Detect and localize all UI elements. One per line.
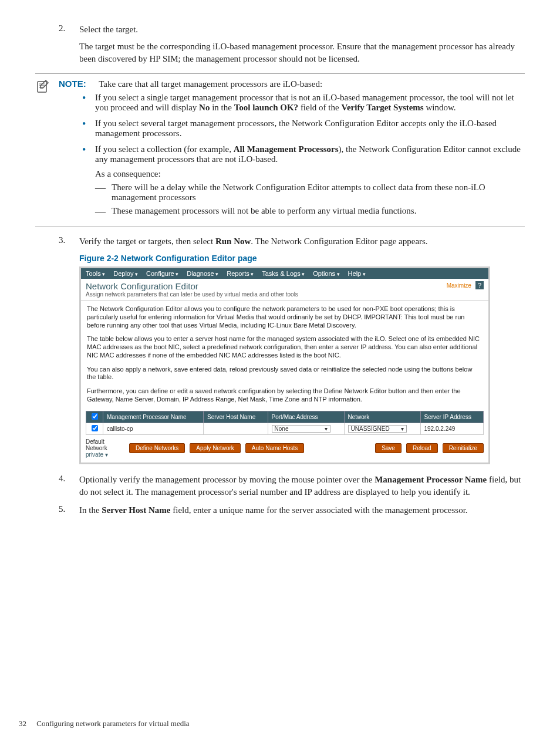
cell-network[interactable]: UNASSIGNED▾ xyxy=(344,423,420,434)
note-dash: These management processors will not be … xyxy=(95,206,525,216)
row-checkbox[interactable] xyxy=(86,423,103,434)
page-title: Network Configuration Editor xyxy=(86,281,198,291)
screenshot-paragraph: You can also apply a network, save enter… xyxy=(87,366,483,382)
screenshot: Tools Deploy Configure Diagnose Reports … xyxy=(79,266,490,464)
reinitialize-button[interactable]: Reinitialize xyxy=(443,443,484,453)
menu-options[interactable]: Options xyxy=(313,270,339,277)
auto-name-hosts-button[interactable]: Auto Name Hosts xyxy=(245,443,304,453)
column-header[interactable]: Network xyxy=(344,411,420,423)
screenshot-paragraph: The Network Configuration Editor allows … xyxy=(87,305,483,329)
menu-help[interactable]: Help xyxy=(348,270,366,277)
step-number: 4. xyxy=(59,474,79,498)
step-paragraph: Verify the target or targets, then selec… xyxy=(79,235,525,248)
cell-processor-name: callisto-cp xyxy=(103,423,204,434)
help-icon[interactable]: ? xyxy=(475,281,484,289)
cell-port-mac[interactable]: None▾ xyxy=(268,423,344,434)
define-networks-button[interactable]: Define Networks xyxy=(129,443,185,453)
table-row: callisto-cp None▾ UNASSIGNED▾ 192.0.2.24… xyxy=(86,423,484,434)
screenshot-paragraph: Furthermore, you can define or edit a sa… xyxy=(87,387,483,404)
chevron-down-icon: ▾ xyxy=(401,426,404,432)
save-button[interactable]: Save xyxy=(375,443,402,453)
page-footer: 32 Configuring network parameters for vi… xyxy=(19,719,190,728)
figure-caption: Figure 2-2 Network Configuration Editor … xyxy=(79,254,525,263)
column-header[interactable]: Server IP Address xyxy=(420,411,484,423)
step-number: 3. xyxy=(59,235,79,248)
header-checkbox[interactable] xyxy=(86,411,103,423)
chevron-down-icon: ▾ xyxy=(105,451,108,458)
menu-configure[interactable]: Configure xyxy=(146,270,178,277)
menu-reports[interactable]: Reports xyxy=(227,270,254,277)
menu-tools[interactable]: Tools xyxy=(86,270,105,277)
chevron-down-icon: ▾ xyxy=(325,426,328,432)
reload-button[interactable]: Reload xyxy=(406,443,438,453)
note-icon xyxy=(35,79,59,96)
note-bullet: If you select a single target management… xyxy=(82,93,525,113)
note-dash: There will be a delay while the Network … xyxy=(95,183,525,202)
note-bullet: If you select several target management … xyxy=(82,119,525,139)
config-table: Management Processor Name Server Host Na… xyxy=(86,411,484,435)
note-box: NOTE: Take care that all target manageme… xyxy=(35,73,525,227)
step-number: 2. xyxy=(59,23,79,65)
step-paragraph: In the Server Host Name field, enter a u… xyxy=(79,504,525,517)
step-title: Select the target. xyxy=(79,23,525,36)
footer-title: Configuring network parameters for virtu… xyxy=(36,719,189,728)
default-network-label: Default Network private ▾ xyxy=(86,438,121,458)
apply-network-button[interactable]: Apply Network xyxy=(190,443,240,453)
note-bullet: If you select a collection (for example,… xyxy=(82,144,525,216)
default-network-dropdown[interactable]: private ▾ xyxy=(86,451,108,458)
step-paragraph: Optionally verify the management process… xyxy=(79,474,525,498)
menu-deploy[interactable]: Deploy xyxy=(113,270,138,277)
note-lead: Take care that all target management pro… xyxy=(99,79,322,89)
step-paragraph: The target must be the corresponding iLO… xyxy=(79,40,525,65)
menubar: Tools Deploy Configure Diagnose Reports … xyxy=(81,268,488,279)
column-header[interactable]: Management Processor Name xyxy=(103,411,204,423)
maximize-link[interactable]: Maximize xyxy=(447,282,471,289)
column-header[interactable]: Port/Mac Address xyxy=(268,411,344,423)
screenshot-paragraph: The table below allows you to enter a se… xyxy=(87,335,483,359)
menu-tasks-logs[interactable]: Tasks & Logs xyxy=(262,270,305,277)
menu-diagnose[interactable]: Diagnose xyxy=(187,270,218,277)
page-number: 32 xyxy=(19,719,26,728)
page-subtitle: Assign network parameters that can later… xyxy=(81,291,488,301)
column-header[interactable]: Server Host Name xyxy=(203,411,268,423)
svg-rect-0 xyxy=(38,82,46,92)
cell-host-name[interactable] xyxy=(203,423,268,434)
note-label: NOTE: xyxy=(59,79,86,89)
cell-server-ip[interactable]: 192.0.2.249 xyxy=(420,423,484,434)
step-number: 5. xyxy=(59,504,79,517)
